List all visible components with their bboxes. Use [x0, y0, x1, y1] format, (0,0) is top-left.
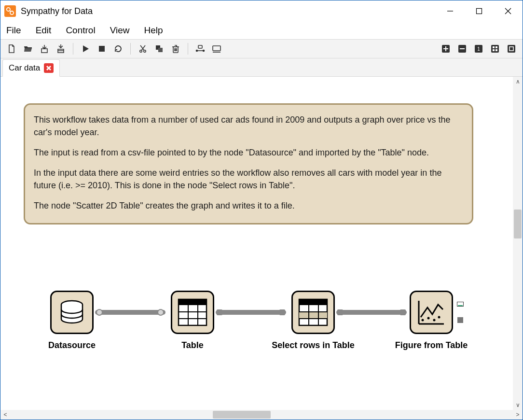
- zoom-out-icon[interactable]: [456, 42, 468, 55]
- node-table[interactable]: Table: [171, 291, 214, 334]
- port-out[interactable]: [337, 309, 343, 315]
- app-icon: [4, 5, 16, 17]
- svg-rect-46: [299, 299, 327, 305]
- delete-icon[interactable]: [169, 42, 182, 55]
- node-label: Figure from Table: [395, 340, 468, 350]
- app-window: Sympathy for Data File Edit Control View…: [0, 0, 523, 420]
- menu-file[interactable]: File: [6, 25, 21, 36]
- tab-car-data[interactable]: Car data: [2, 59, 60, 77]
- svg-rect-23: [213, 46, 220, 51]
- connection[interactable]: [95, 310, 165, 315]
- vertical-scrollbar[interactable]: ∧ ∨: [513, 77, 523, 410]
- note-paragraph: The input is read from a csv-file pointe…: [34, 146, 463, 159]
- chart-icon: [416, 298, 447, 327]
- svg-point-54: [422, 319, 424, 322]
- save-icon[interactable]: [38, 42, 51, 55]
- toolbar-separator: [130, 43, 131, 55]
- svg-rect-19: [198, 45, 202, 48]
- minimize-button[interactable]: [436, 0, 465, 22]
- menubar: File Edit Control View Help: [0, 22, 523, 39]
- menu-control[interactable]: Control: [66, 25, 95, 36]
- node-label: Select rows in Table: [272, 340, 355, 350]
- new-file-icon[interactable]: [5, 42, 18, 55]
- svg-point-55: [427, 317, 430, 320]
- toolbar: 1: [0, 39, 523, 58]
- cut-icon[interactable]: [137, 42, 149, 55]
- insert-node-icon[interactable]: [194, 42, 206, 55]
- node-datasource[interactable]: Datasource: [50, 291, 94, 334]
- menu-view[interactable]: View: [110, 25, 130, 36]
- svg-rect-33: [495, 49, 497, 51]
- copy-icon[interactable]: [153, 42, 165, 55]
- node-label: Datasource: [48, 340, 96, 350]
- window-title: Sympathy for Data: [21, 6, 93, 16]
- fullscreen-icon[interactable]: [505, 42, 518, 55]
- port-in[interactable]: [157, 309, 164, 316]
- connection[interactable]: [216, 310, 286, 315]
- svg-rect-30: [493, 46, 495, 48]
- titlebar: Sympathy for Data: [0, 0, 523, 22]
- scroll-down-icon[interactable]: ∨: [513, 400, 523, 410]
- database-icon: [57, 298, 86, 327]
- toolbar-separator: [188, 43, 188, 55]
- maximize-button[interactable]: [465, 0, 494, 22]
- tab-close-button[interactable]: [44, 63, 54, 73]
- menu-edit[interactable]: Edit: [36, 25, 52, 36]
- node-label: Table: [181, 340, 204, 350]
- svg-rect-47: [299, 312, 327, 319]
- node-select-rows[interactable]: Select rows in Table: [291, 291, 335, 334]
- svg-text:1: 1: [477, 46, 480, 52]
- workflow-note[interactable]: This workflow takes data from a number o…: [24, 103, 473, 224]
- insert-text-icon[interactable]: [210, 42, 223, 55]
- connection[interactable]: [336, 310, 407, 315]
- port-in[interactable]: [400, 309, 406, 315]
- svg-rect-29: [491, 45, 499, 53]
- menu-help[interactable]: Help: [144, 25, 163, 36]
- node-figure[interactable]: Figure from Table: [410, 291, 453, 334]
- svg-rect-10: [99, 46, 105, 52]
- svg-rect-32: [493, 49, 495, 51]
- toolbar-separator: [73, 43, 73, 55]
- svg-point-0: [7, 8, 10, 11]
- svg-point-12: [144, 50, 146, 52]
- tab-label: Car data: [9, 63, 40, 73]
- scroll-up-icon[interactable]: ∧: [513, 77, 523, 86]
- svg-rect-14: [158, 48, 163, 52]
- horizontal-scrollbar[interactable]: < >: [0, 410, 523, 420]
- stop-icon[interactable]: [96, 42, 108, 55]
- svg-point-56: [433, 319, 436, 322]
- table-icon: [178, 298, 207, 326]
- svg-line-2: [10, 11, 11, 12]
- note-paragraph: In the input data there are some weird e…: [34, 167, 463, 192]
- scroll-left-icon[interactable]: <: [0, 410, 10, 420]
- port-out[interactable]: [96, 309, 103, 316]
- open-file-icon[interactable]: [22, 42, 34, 55]
- note-paragraph: The node "Scatter 2D Table" creates the …: [34, 199, 463, 212]
- svg-point-57: [438, 316, 440, 319]
- svg-point-21: [196, 50, 198, 52]
- zoom-in-icon[interactable]: [440, 42, 452, 55]
- port-figure-out[interactable]: [457, 302, 464, 307]
- svg-rect-31: [495, 46, 497, 48]
- note-paragraph: This workflow takes data from a number o…: [34, 113, 463, 139]
- svg-point-11: [140, 50, 142, 52]
- port-in[interactable]: [279, 309, 285, 315]
- scrollbar-thumb[interactable]: [514, 210, 522, 238]
- svg-rect-4: [477, 9, 482, 14]
- port-table-out[interactable]: [457, 317, 463, 323]
- svg-rect-40: [179, 299, 206, 305]
- port-out[interactable]: [217, 309, 222, 315]
- scrollbar-thumb[interactable]: [213, 411, 271, 419]
- scroll-right-icon[interactable]: >: [513, 410, 523, 420]
- svg-rect-7: [41, 49, 47, 53]
- svg-rect-34: [508, 45, 515, 53]
- reload-icon[interactable]: [112, 42, 124, 55]
- tabbar: Car data: [0, 58, 523, 77]
- save-all-icon[interactable]: [55, 42, 67, 55]
- close-button[interactable]: [494, 0, 523, 22]
- zoom-reset-icon[interactable]: 1: [472, 42, 485, 55]
- workflow-canvas[interactable]: This workflow takes data from a number o…: [0, 77, 513, 410]
- content-area: This workflow takes data from a number o…: [0, 77, 523, 420]
- zoom-fit-icon[interactable]: [489, 42, 501, 55]
- play-icon[interactable]: [79, 42, 92, 55]
